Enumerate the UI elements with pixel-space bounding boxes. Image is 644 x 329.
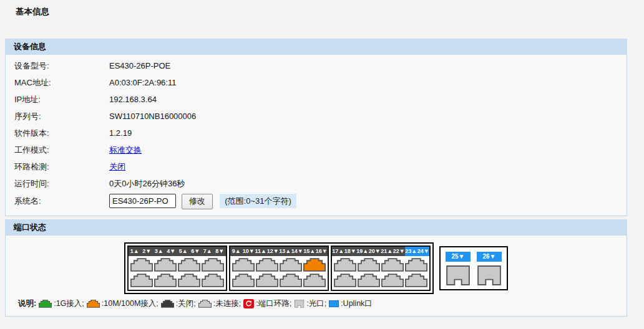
uptime-label: 运行时间: [6,178,109,189]
serial-number-label: 序列号: [6,111,109,122]
system-name-input[interactable] [109,194,176,208]
port-header-9▲: 9▲ [230,247,243,256]
port-header-19▲: 19▲ [356,247,369,256]
legend-item-text: :光口; [306,298,326,309]
port-icon-9 [232,258,255,272]
port-icon-19 [358,258,380,272]
legend-item-text: :关闭; [176,298,196,309]
port-header-10▼: 10▼ [243,247,255,256]
port-block-1: 1▲2▼3▲4▼5▲6▼7▲8▼ [127,246,227,291]
row-device-model: 设备型号: ES430-26P-POE [6,57,627,74]
port-icon-6 [178,274,200,287]
port-status-panel: 端口状态 1▲2▼3▲4▼5▲6▼7▲8▼ 9▲10▼11▲12▼13▲14▼1… [5,219,627,317]
port-header-13▲: 13▲ [279,247,291,256]
legend-rj45-fast-icon [87,300,100,308]
legend-label: 说明: [18,298,36,309]
port-block-3: 17▲18▼19▲20▼21▲22▼23▲24▼ [331,246,431,291]
port-header-6▼: 6▼ [190,247,202,256]
port-header-22▼: 22▼ [393,247,406,256]
legend-item: :端口环路; [243,298,291,309]
sfp-port-25▼: 25▼ [446,252,471,285]
loop-detect-label: 环路检测: [6,161,109,173]
port-block-2-header: 9▲10▼11▲12▼13▲14▼15▲16▼ [230,247,328,256]
port-header-18▼: 18▼ [344,247,357,256]
sfp-port-icon [477,265,502,285]
legend-item-text: :端口环路; [256,298,291,309]
port-header-23▲: 23▲ [405,247,417,256]
work-mode-label: 工作模式: [6,145,109,156]
sfp-port-icon [446,265,471,285]
device-model-value: ES430-26P-POE [109,61,170,70]
port-icon-21 [381,258,404,272]
port-header-16▼: 16▼ [316,247,328,256]
port-header-21▲: 21▲ [381,247,393,256]
legend-rj45-off-icon [161,300,174,308]
port-header-8▼: 8▼ [214,247,227,256]
port-header-4▼: 4▼ [165,247,178,256]
port-status-header: 端口状态 [5,219,627,236]
port-header-3▲: 3▲ [153,247,165,256]
port-icon-18 [334,274,356,287]
port-icon-20 [358,274,380,287]
port-header-14▼: 14▼ [291,247,304,256]
device-model-label: 设备型号: [6,60,109,72]
legend-item: :1G接入; [39,298,84,309]
port-icon-2 [130,274,153,287]
port-header-17▲: 17▲ [332,247,344,256]
port-icon-12 [256,274,278,287]
port-header-2▼: 2▼ [141,247,154,256]
row-software-version: 软件版本: 1.2.19 [6,125,627,141]
port-icon-22 [381,274,404,287]
port-block-3-header: 17▲18▼19▲20▼21▲22▼23▲24▼ [332,247,429,256]
row-uptime: 运行时间: 0天0小时26分钟36秒 [6,175,627,192]
software-version-value: 1.2.19 [109,128,132,138]
port-icon-13 [280,258,302,272]
port-block-1-header: 1▲2▼3▲4▼5▲6▼7▲8▼ [129,247,226,256]
row-serial-number: 序列号: SW110710NB16000006 [6,108,627,125]
legend-fiber-port-icon [294,300,305,308]
port-area: 1▲2▼3▲4▼5▲6▼7▲8▼ 9▲10▼11▲12▼13▲14▼15▲16▼… [124,242,627,294]
legend-rj45-gig-icon [39,300,52,308]
legend-item: :未连接; [198,298,241,309]
system-name-hint: (范围:0~31个字符) [220,194,296,208]
legend-item: :10M/100M接入; [87,298,159,309]
device-info-panel: 设备信息 设备型号: ES430-26P-POE MAC地址: A0:03:0F… [5,39,627,216]
uptime-value: 0天0小时26分钟36秒 [109,178,185,189]
port-header-20▼: 20▼ [369,247,381,256]
port-header-15▲: 15▲ [303,247,316,256]
port-block-2: 9▲10▼11▲12▼13▲14▼15▲16▼ [229,246,329,291]
port-icon-4 [154,274,177,287]
sfp-header-26▼: 26▼ [477,252,502,262]
port-legend: 说明::1G接入;:10M/100M接入;:关闭;:未连接;:端口环路;:光口;… [6,298,627,309]
sfp-block: 25▼ 26▼ [439,246,508,290]
port-icon-10 [232,274,255,287]
loop-detect-link[interactable]: 关闭 [109,161,125,173]
sfp-header-25▼: 25▼ [446,252,471,262]
ip-address-label: IP地址: [6,94,109,105]
port-icon-14 [280,274,302,287]
legend-item: :关闭; [161,298,196,309]
port-header-5▲: 5▲ [177,247,190,256]
mac-address-value: A0:03:0F:2A:96:11 [109,78,176,87]
port-blocks-container: 1▲2▼3▲4▼5▲6▼7▲8▼ 9▲10▼11▲12▼13▲14▼15▲16▼… [124,242,434,294]
device-info-header: 设备信息 [5,39,627,55]
port-icon-23 [405,258,427,272]
row-work-mode: 工作模式: 标准交换 [6,141,627,158]
row-mac-address: MAC地址: A0:03:0F:2A:96:11 [6,74,627,91]
port-icon-3 [154,258,177,272]
device-info-body: 设备型号: ES430-26P-POE MAC地址: A0:03:0F:2A:9… [5,55,627,216]
port-icon-24 [405,274,427,287]
serial-number-value: SW110710NB16000006 [109,112,196,121]
legend-item-text: :未连接; [213,298,241,309]
system-name-label: 系统名: [6,196,109,207]
port-icon-5 [178,258,200,272]
port-header-11▲: 11▲ [255,247,267,256]
legend-item-text: :10M/100M接入; [102,298,159,309]
port-icon-1 [130,258,153,272]
modify-button[interactable]: 修改 [182,194,213,209]
port-icon-7 [202,258,224,272]
work-mode-link[interactable]: 标准交换 [109,145,142,156]
port-header-1▲: 1▲ [129,247,141,256]
port-icon-17 [334,258,356,272]
legend-uplink-icon [329,300,339,307]
